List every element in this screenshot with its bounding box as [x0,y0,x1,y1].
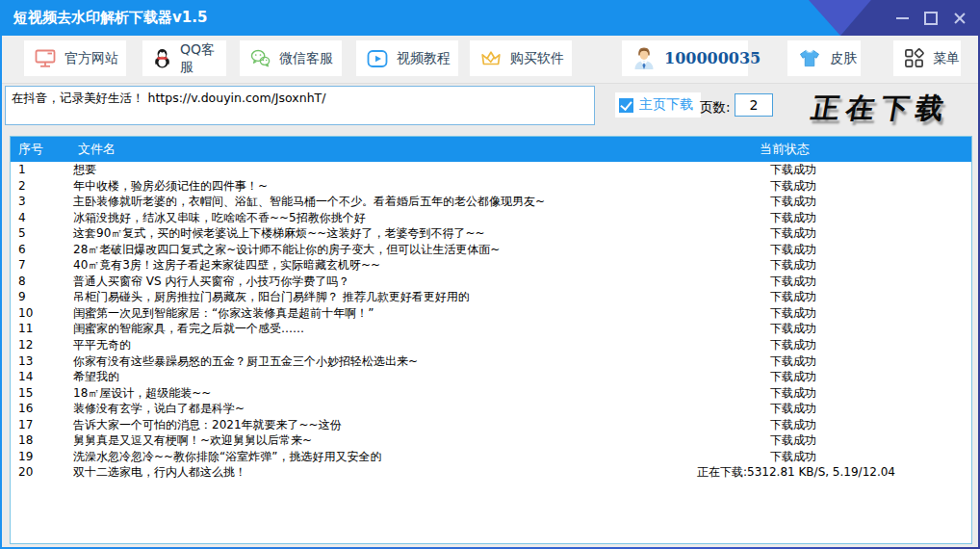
table-row[interactable]: 9 吊柜门易碰头，厨房推拉门易藏灰，阳台门易绊脚？ 推荐几款更好看更好用的 下载… [11,289,971,305]
row-status: 下载成功 [770,194,816,210]
wechat-icon [250,49,271,67]
qq-support-label: QQ客服 [180,41,226,76]
row-status: 下载成功 [770,401,816,417]
table-row[interactable]: 16 装修没有玄学，说白了都是科学~ 下载成功 [11,401,971,417]
grid-menu-icon [904,48,924,68]
row-index: 12 [18,337,33,353]
table-row[interactable]: 4 冰箱没挑好，结冰又串味，吃啥啥不香~~5招教你挑个好 下载成功 [11,210,971,226]
row-index: 4 [18,210,26,226]
row-status: 下载成功 [770,210,816,226]
table-row[interactable]: 12 平平无奇的 下载成功 [11,337,971,353]
title-bar: 短视频去水印解析下载器v1.5 [0,0,980,36]
row-status: 下载成功 [770,225,816,242]
pages-label: 页数: [700,99,731,117]
row-filename: 吊柜门易碰头，厨房推拉门易藏灰，阳台门易绊脚？ 推荐几款更好看更好用的 [73,289,470,305]
table-row[interactable]: 5 这套90㎡复式，买的时候老婆说上下楼梯麻烦~~这装好了，老婆夸到不得了~~ … [11,225,971,242]
row-filename: 18㎡屋设计，超级能装~~ [73,385,211,402]
main-content: 官方网站 QQ客服 [2,36,978,547]
url-input[interactable]: 在抖音，记录美好生活！ https://v.douyin.com/JsoxnhT… [5,86,595,125]
row-index: 11 [18,321,33,337]
menu-button[interactable]: 菜单 [893,40,961,76]
row-index: 19 [18,449,33,465]
table-row[interactable]: 11 闺蜜家的智能家具，看完之后就一个感受…… 下载成功 [11,321,971,337]
row-index: 18 [18,432,33,449]
row-index: 5 [18,225,26,242]
table-header: 序号 文件名 当前状态 [11,137,971,162]
row-index: 1 [18,162,26,178]
row-filename: 希望我的 [73,369,119,385]
maximize-button[interactable] [924,12,938,25]
table-row[interactable]: 1 想要 下载成功 [11,162,971,178]
row-index: 17 [18,417,33,433]
table-row[interactable]: 14 希望我的 下载成功 [11,369,971,385]
app-title: 短视频去水印解析下载器v1.5 [13,0,207,36]
row-index: 2 [18,178,26,195]
person-avatar-icon [632,46,656,70]
row-index: 8 [18,274,26,290]
row-filename: 洗澡水忽冷忽冷~~教你排除“浴室炸弹”，挑选好用又安全的 [73,449,382,465]
wechat-support-button[interactable]: 微信客服 [240,40,342,76]
row-filename: 双十二选家电，行内人都这么挑！ [73,464,246,481]
row-status: 下载成功 [770,337,816,353]
skin-label: 皮肤 [830,50,857,67]
official-website-label: 官方网站 [64,50,118,67]
row-status: 下载成功 [770,257,816,274]
row-index: 16 [18,401,33,417]
table-row[interactable]: 2 年中收楼，验房必须记住的四件事！~ 下载成功 [11,178,971,195]
qq-penguin-icon [153,48,171,68]
row-status: 下载成功 [770,432,816,449]
row-filename: 闺蜜家的智能家具，看完之后就一个感受…… [73,321,304,337]
row-filename: 闺蜜第一次见到智能家居：“你家这装修真是超前十年啊！” [73,305,374,322]
table-row[interactable]: 13 你家有没有这些暴躁易怒的五金？厨卫五金三个小妙招轻松选出来~ 下载成功 [11,353,971,370]
toolbar: 官方网站 QQ客服 [2,36,978,84]
skin-button[interactable]: 皮肤 [787,40,861,76]
qq-support-button[interactable]: QQ客服 [142,40,226,76]
row-status: 下载成功 [770,385,816,402]
row-filename: 告诉大家一个可怕的消息：2021年就要来了~~这份 [73,417,342,433]
tshirt-icon [798,48,821,68]
minimize-button[interactable] [895,12,909,25]
table-row[interactable]: 17 告诉大家一个可怕的消息：2021年就要来了~~这份 下载成功 [11,417,971,433]
homepage-download-checkbox[interactable] [619,98,633,113]
row-index: 13 [18,353,33,370]
header-filename: 文件名 [78,137,116,162]
row-index: 6 [18,242,26,258]
row-index: 20 [18,464,33,481]
row-status: 下载成功 [770,242,816,258]
homepage-download-toggle[interactable]: 主页下载 [615,92,701,118]
row-index: 7 [18,257,26,274]
account-button[interactable]: 100000035 [622,40,748,76]
table-row[interactable]: 18 舅舅真是又逗又有梗啊！~欢迎舅舅以后常来~ 下载成功 [11,432,971,449]
download-table: 序号 文件名 当前状态 1 想要 下载成功 2 年中收楼，验房必须记住的四件事！… [10,136,972,544]
monitor-icon [35,49,56,68]
row-filename: 主卧装修就听老婆的，衣帽间、浴缸、智能马桶一个不少。看着婚后五年的老公都像现男友… [73,194,545,210]
row-index: 10 [18,305,33,322]
video-tutorial-button[interactable]: 视频教程 [356,40,458,76]
video-play-icon [367,49,388,68]
table-row[interactable]: 7 40㎡竟有3房！这房子看起来家徒四壁，实际暗藏玄机呀~~ 下载成功 [11,257,971,274]
close-icon [953,12,967,25]
table-body: 1 想要 下载成功 2 年中收楼，验房必须记住的四件事！~ 下载成功 3 主卧装… [11,162,971,543]
row-filename: 40㎡竟有3房！这房子看起来家徒四壁，实际暗藏玄机呀~~ [73,257,380,274]
row-filename: 想要 [73,162,96,178]
table-row[interactable]: 8 普通人买窗帘 VS 内行人买窗帘，小技巧你学费了吗？ 下载成功 [11,274,971,290]
row-filename: 冰箱没挑好，结冰又串味，吃啥啥不香~~5招教你挑个好 [73,210,366,226]
row-filename: 年中收楼，验房必须记住的四件事！~ [73,178,268,195]
official-website-button[interactable]: 官方网站 [24,40,126,76]
table-row[interactable]: 19 洗澡水忽冷忽冷~~教你排除“浴室炸弹”，挑选好用又安全的 下载成功 [11,449,971,465]
menu-label: 菜单 [933,50,960,67]
table-row[interactable]: 3 主卧装修就听老婆的，衣帽间、浴缸、智能马桶一个不少。看着婚后五年的老公都像现… [11,194,971,210]
row-status: 下载成功 [770,449,816,465]
buy-software-button[interactable]: 购买软件 [470,40,572,76]
wechat-support-label: 微信客服 [279,50,333,67]
table-row[interactable]: 20 双十二选家电，行内人都这么挑！ 正在下载:5312.81 KB/S, 5.… [11,464,971,481]
pages-input[interactable] [735,93,773,117]
row-filename: 28㎡老破旧爆改四口复式之家~设计师不能让你的房子变大，但可以让生活更体面~ [73,242,500,258]
row-status: 下载成功 [770,162,816,178]
row-filename: 普通人买窗帘 VS 内行人买窗帘，小技巧你学费了吗？ [73,274,349,290]
close-button[interactable] [953,12,967,25]
table-row[interactable]: 6 28㎡老破旧爆改四口复式之家~设计师不能让你的房子变大，但可以让生活更体面~… [11,242,971,258]
row-index: 9 [18,289,26,305]
table-row[interactable]: 15 18㎡屋设计，超级能装~~ 下载成功 [11,385,971,402]
table-row[interactable]: 10 闺蜜第一次见到智能家居：“你家这装修真是超前十年啊！” 下载成功 [11,305,971,322]
